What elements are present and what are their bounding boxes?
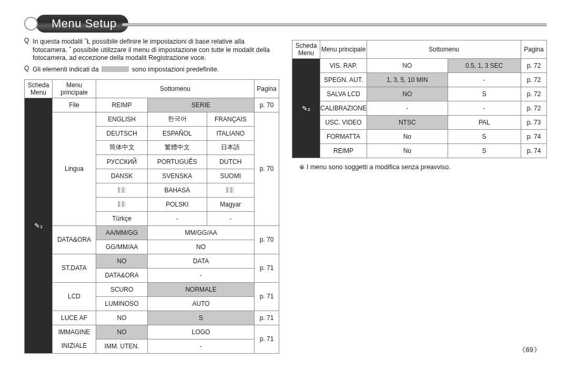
dataora-sub: AA/MM/GG bbox=[96, 225, 148, 240]
row-dataora: DATA&ORA bbox=[53, 225, 96, 254]
intro-paragraph: In questa modalit ˇŁ possibile definire … bbox=[33, 38, 279, 63]
luceaf-page: p. 71 bbox=[255, 311, 279, 325]
lang: - bbox=[207, 211, 254, 225]
row-luceaf: LUCE AF bbox=[53, 311, 96, 325]
row-imm-2: INIZIALE bbox=[53, 339, 96, 353]
lcd-sub: SCURO bbox=[96, 282, 148, 296]
lang: SUOMI bbox=[207, 169, 254, 183]
luceaf-sub: NO bbox=[96, 311, 148, 325]
footnote-text: I menu sono soggetti a modifica senza pr… bbox=[307, 163, 451, 171]
wrench-icon: ✎₁ bbox=[34, 222, 43, 230]
dataora-sub: NO bbox=[148, 240, 255, 254]
right-column: Scheda Menu Menu principale Sottomenu Pa… bbox=[292, 37, 547, 354]
sub-a: NTSC bbox=[367, 116, 448, 130]
sub-b: 0.5, 1, 3 SEC bbox=[448, 59, 521, 73]
table-row: CALIBRAZIONE bbox=[320, 101, 367, 116]
row-lingua: Lingua bbox=[53, 112, 96, 225]
lang bbox=[207, 183, 254, 197]
stdata-sub: NO bbox=[96, 254, 148, 268]
lozenge-cap-icon bbox=[24, 17, 38, 30]
table-row: SALVA LCD bbox=[320, 87, 367, 101]
page-ref: p. 74 bbox=[521, 130, 547, 144]
lang: BAHASA bbox=[148, 183, 207, 197]
stdata-sub: - bbox=[148, 268, 255, 282]
lang bbox=[96, 183, 148, 197]
luceaf-sub: S bbox=[148, 311, 255, 325]
lang: DANSK bbox=[96, 169, 148, 183]
sub-a: - bbox=[367, 101, 448, 116]
stdata-sub: DATA&ORA bbox=[96, 268, 148, 282]
lang: 简体中文 bbox=[96, 140, 148, 154]
sub-b: S bbox=[448, 144, 521, 158]
sub-b: S bbox=[448, 87, 521, 101]
left-column: Q In questa modalit ˇŁ possibile definir… bbox=[24, 37, 279, 354]
page-ref: p. 72 bbox=[521, 59, 547, 73]
lang bbox=[96, 197, 148, 211]
sub-a: NO bbox=[367, 59, 448, 73]
stdata-sub: DATA bbox=[148, 254, 255, 268]
note-marker: ※ bbox=[299, 163, 307, 171]
imm-sub: LOGO bbox=[148, 325, 255, 339]
lang: DUTCH bbox=[207, 154, 254, 169]
intro-paragraph-2: Gli elementi indicati da sono impostazio… bbox=[33, 66, 279, 74]
left-settings-table: Scheda Menu Menu principale Sottomenu Pa… bbox=[24, 79, 279, 354]
sub-b: - bbox=[448, 101, 521, 116]
lang: РУССКИЙ bbox=[96, 154, 148, 169]
dataora-sub: MM/GG/AA bbox=[148, 225, 255, 240]
lingua-page: p. 70 bbox=[255, 112, 279, 225]
col-schedamenu: Scheda Menu bbox=[292, 40, 320, 59]
lang: DEUTSCH bbox=[96, 126, 148, 140]
lang: 日本語 bbox=[207, 140, 254, 154]
page-title: Menu Setup bbox=[52, 17, 117, 30]
table-row: USC. VIDEO bbox=[320, 116, 367, 130]
dataora-sub: GG/MM/AA bbox=[96, 240, 148, 254]
page-ref: p. 73 bbox=[521, 116, 547, 130]
default-highlight-icon bbox=[102, 66, 129, 72]
sub-a: NO bbox=[367, 87, 448, 101]
col-schedamenu: Scheda Menu bbox=[25, 79, 53, 98]
imm-sub: NO bbox=[96, 325, 148, 339]
col-pagina: Pagina bbox=[255, 79, 279, 98]
lang: POLSKI bbox=[148, 197, 207, 211]
lcd-sub: LUMINOSO bbox=[96, 296, 148, 311]
dataora-page: p. 70 bbox=[255, 225, 279, 254]
col-menuprinc: Menu principale bbox=[320, 40, 367, 59]
flag-icon bbox=[226, 187, 235, 193]
imm-page: p. 71 bbox=[255, 325, 279, 353]
lang: ENGLISH bbox=[96, 112, 148, 126]
row-stdata: ST.DATA bbox=[53, 254, 96, 282]
col-menuprinc: Menu principale bbox=[53, 79, 96, 98]
lang: 한국어 bbox=[148, 112, 207, 126]
bullet-icon: Q bbox=[24, 37, 33, 65]
page-number: 69 bbox=[519, 345, 541, 355]
lang: ITALIANO bbox=[207, 126, 254, 140]
page-ref: p. 72 bbox=[521, 87, 547, 101]
sub-b: - bbox=[448, 73, 521, 87]
intro-text: Q In questa modalit ˇŁ possibile definir… bbox=[24, 37, 279, 76]
lang: FRANÇAIS bbox=[207, 112, 254, 126]
intro-frag-a: Gli elementi indicati da bbox=[33, 66, 99, 73]
file-page: p. 70 bbox=[255, 98, 279, 112]
table-row: SPEGN. AUT. bbox=[320, 73, 367, 87]
lang: Türkçe bbox=[96, 211, 148, 225]
table-row: FORMATTA bbox=[320, 130, 367, 144]
sub-a: No bbox=[367, 130, 448, 144]
lang: Magyar bbox=[207, 197, 254, 211]
sub-b: PAL bbox=[448, 116, 521, 130]
bullet-icon: Q bbox=[24, 65, 33, 76]
sub-a: No bbox=[367, 144, 448, 158]
imm-sub: - bbox=[148, 339, 255, 353]
wrench-icon: ✎₂ bbox=[302, 105, 310, 112]
lang: - bbox=[148, 211, 207, 225]
page-ref: p. 72 bbox=[521, 73, 547, 87]
file-sub-2: SERIE bbox=[148, 98, 255, 112]
lang: SVENSKA bbox=[148, 169, 207, 183]
title-lozenge: Menu Setup bbox=[24, 15, 128, 33]
flag-icon bbox=[118, 187, 126, 193]
flag-icon bbox=[118, 201, 126, 207]
file-sub-1: REIMP bbox=[96, 98, 148, 112]
sub-b: S bbox=[448, 130, 521, 144]
lcd-page: p. 71 bbox=[255, 282, 279, 311]
header-rail bbox=[122, 23, 547, 26]
scheda-menu-icon-cell: ✎₁ bbox=[25, 98, 53, 353]
